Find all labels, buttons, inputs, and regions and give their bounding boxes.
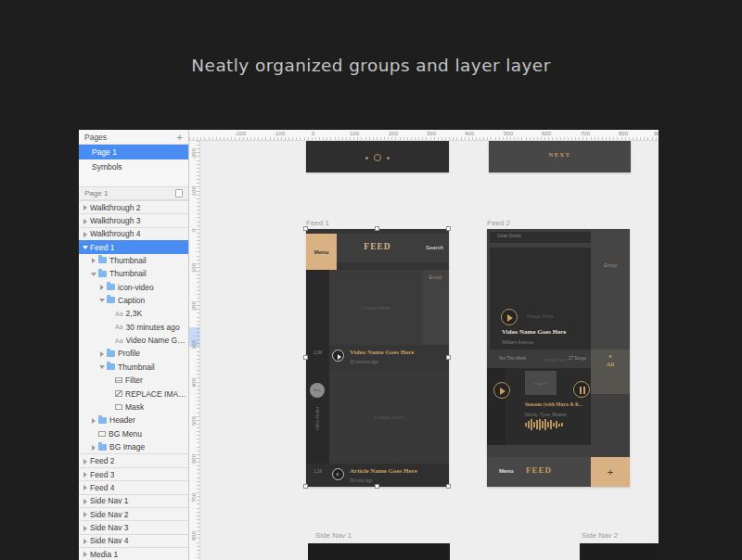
video-card[interactable]: Image Here Video Name Goes Here William … (490, 248, 591, 350)
vertical-ruler[interactable]: -200-1000100200300400500600700800 (189, 141, 200, 560)
artboard-label-feed-2[interactable]: Feed 2 (487, 219, 510, 227)
artboard-side-nav-1[interactable] (308, 543, 450, 560)
disclosure-right-icon[interactable] (99, 285, 104, 289)
layer-row-side-nav-3[interactable]: Side Nav 3 (79, 520, 189, 533)
disclosure-right-icon[interactable] (83, 499, 87, 503)
layer-row-bg-menu[interactable]: BG Menu (79, 427, 189, 440)
pause-icon[interactable] (573, 381, 590, 398)
page-item-symbols[interactable]: Symbols (79, 159, 188, 174)
layer-row-walkthrough-3[interactable]: Walkthrough 3 (79, 213, 189, 226)
play-icon[interactable] (501, 309, 518, 325)
image-placeholder: Image Here (329, 371, 449, 464)
layer-row-video-name-goes-[interactable]: AaVideo Name Goes... (79, 334, 189, 347)
all-label: All (591, 361, 630, 367)
layer-row-caption[interactable]: Caption (79, 294, 189, 307)
selection-handle[interactable] (303, 484, 308, 489)
disclosure-right-icon[interactable] (99, 351, 104, 356)
disclosure-right-icon[interactable] (83, 472, 87, 477)
layer-row-feed-4[interactable]: Feed 4 (79, 480, 189, 493)
layer-row-side-nav-2[interactable]: Side Nav 2 (79, 507, 189, 520)
artboard-side-nav-2[interactable] (580, 543, 659, 560)
video-title[interactable]: Video Name Goes Here (502, 328, 566, 336)
selection-handle[interactable] (375, 484, 379, 489)
disclosure-down-icon[interactable] (99, 298, 104, 302)
ruler-label: 100 (350, 131, 359, 136)
selection-handle[interactable] (303, 355, 308, 360)
disclosure-right-icon[interactable] (91, 445, 96, 450)
vertical-label: Video Finder (315, 396, 320, 442)
disclosure-right-icon[interactable] (83, 205, 87, 210)
layer-row-bg-image[interactable]: BG Image (79, 440, 189, 453)
disclosure-right-icon[interactable] (83, 526, 87, 530)
rect-icon (115, 404, 122, 410)
selection-handle[interactable] (446, 484, 451, 489)
artboard-walkthrough-partial[interactable] (306, 141, 449, 172)
disclosure-right-icon[interactable] (83, 232, 87, 236)
page-item-page-1[interactable]: Page 1 (79, 145, 188, 159)
emoji-panel[interactable]: Emoji (422, 270, 449, 345)
disclosure-right-icon[interactable] (83, 552, 87, 556)
layer-row-thumbnail[interactable]: Thumbnail (79, 267, 189, 280)
all-button[interactable]: ★ All (591, 350, 630, 394)
layer-row-side-nav-4[interactable]: Side Nav 4 (79, 534, 189, 547)
selection-handle[interactable] (375, 226, 379, 231)
artboard-label-feed-1[interactable]: Feed 1 (306, 219, 329, 227)
layer-label: REPLACE IMAGE (125, 389, 189, 399)
video-title[interactable]: Video Name Goes Here (350, 349, 414, 356)
selection-handle[interactable] (446, 226, 451, 231)
layer-row-2-3k[interactable]: Aa2,3K (79, 307, 189, 320)
disclosure-down-icon[interactable] (91, 272, 96, 276)
layer-row-profile[interactable]: Profile (79, 347, 189, 360)
disclosure-down-icon[interactable] (83, 245, 87, 249)
disclosure-spacer (108, 312, 112, 316)
layer-row-feed-2[interactable]: Feed 2 (79, 453, 189, 466)
layer-row-30-minutes-ago[interactable]: Aa30 minutes ago (79, 321, 189, 334)
selection-handle[interactable] (303, 226, 308, 231)
emoji-panel[interactable]: Emoji (591, 229, 630, 350)
play-icon[interactable] (493, 382, 510, 399)
disclosure-right-icon[interactable] (83, 512, 87, 516)
add-button[interactable]: + (591, 457, 630, 487)
artboard-walkthrough-next-partial[interactable]: NEXT (489, 141, 631, 172)
disclosure-down-icon[interactable] (99, 364, 104, 369)
track-title[interactable]: Seasons (with Maya & R... (525, 401, 582, 407)
artboard-label-side-nav-1[interactable]: Side Nav 1 (315, 531, 352, 540)
layer-row-mask[interactable]: Mask (79, 401, 189, 414)
selection-handle[interactable] (446, 355, 451, 360)
play-icon[interactable] (332, 350, 344, 362)
disclosure-right-icon[interactable] (83, 459, 87, 464)
layer-row-filter[interactable]: Filter (79, 374, 189, 387)
disclosure-right-icon[interactable] (83, 539, 87, 543)
layer-row-media-1[interactable]: Media 1 (79, 547, 189, 560)
disclosure-right-icon[interactable] (83, 485, 87, 490)
search-button[interactable]: Search (426, 245, 443, 250)
horizontal-ruler[interactable]: -200-1000100200300400500600700800900 (189, 130, 659, 141)
artboard-feed-2[interactable]: Clean Drinks Image Here Video Name Goes … (487, 229, 630, 487)
layer-row-feed-3[interactable]: Feed 3 (79, 467, 189, 480)
layer-row-replace-image[interactable]: REPLACE IMAGE (79, 387, 189, 400)
artboard-label-side-nav-2[interactable]: Side Nav 2 (582, 531, 618, 540)
video-subtitle: William Avenue (502, 339, 533, 345)
disclosure-right-icon[interactable] (91, 258, 96, 262)
add-page-button[interactable]: + (177, 133, 183, 142)
article-title[interactable]: Article Name Goes Here (350, 467, 417, 475)
layer-row-thumbnail[interactable]: Thumbnail (79, 254, 189, 267)
artboard-feed-1[interactable]: Menu FEED Search Image Here Emoji 2,3K V… (306, 229, 449, 487)
layer-row-feed-1[interactable]: Feed 1 (79, 240, 189, 253)
layer-row-walkthrough-4[interactable]: Walkthrough 4 (79, 227, 189, 240)
layer-row-header[interactable]: Header (79, 414, 189, 426)
layer-row-walkthrough-2[interactable]: Walkthrough 2 (79, 200, 189, 213)
layer-row-icon-video[interactable]: icon-video (79, 280, 189, 293)
rect-icon (98, 431, 106, 437)
folder-icon (98, 271, 107, 277)
layer-row-thumbnail[interactable]: Thumbnail (79, 361, 189, 374)
disclosure-right-icon[interactable] (91, 418, 96, 423)
article-icon[interactable]: ≡ (332, 468, 344, 480)
pagination-ring (374, 154, 381, 161)
canvas[interactable]: NEXT Feed 1 Menu FEED Search Image Here … (200, 141, 659, 560)
menu-button[interactable]: Menu (306, 234, 337, 270)
next-button[interactable]: NEXT (489, 151, 631, 158)
disclosure-right-icon[interactable] (83, 219, 87, 223)
layer-row-side-nav-1[interactable]: Side Nav 1 (79, 494, 189, 507)
layer-label: Side Nav 4 (90, 536, 129, 545)
